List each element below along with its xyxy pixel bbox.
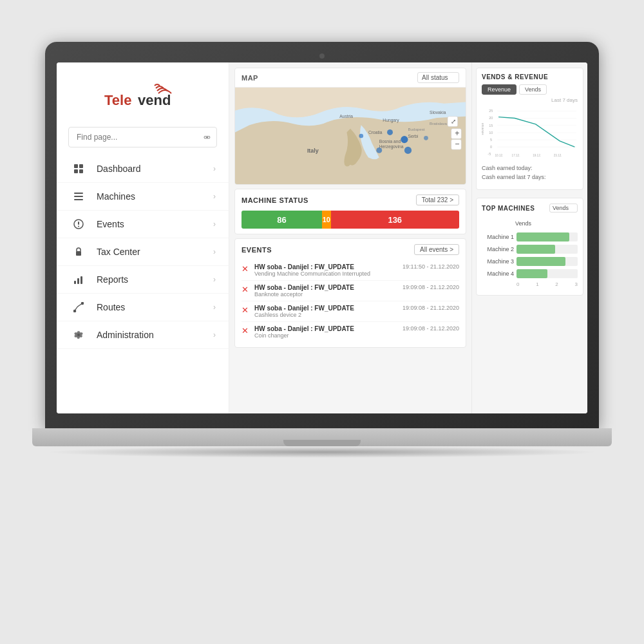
tab-revenue[interactable]: Revenue — [482, 84, 516, 95]
map-filter[interactable]: All status — [417, 72, 459, 83]
svg-point-32 — [376, 147, 382, 153]
routes-arrow: › — [213, 303, 216, 312]
main-content: MAP All status — [229, 62, 471, 413]
top-machines-title: TOP MACHINES — [482, 205, 535, 212]
administration-arrow: › — [213, 330, 216, 339]
list-icon — [70, 191, 88, 202]
sidebar-item-machines[interactable]: Machines › — [57, 183, 229, 211]
sidebar-item-reports[interactable]: Reports › — [57, 266, 229, 294]
x-axis: 0 1 2 3 — [482, 281, 578, 287]
event-row: ✕ HW soba - Danijel : FW_UPDATE Cashless… — [242, 301, 459, 322]
machine-status-section: MACHINE STATUS Total 232 > 86 10 136 — [234, 189, 466, 234]
svg-text:Hungary: Hungary — [383, 118, 399, 123]
svg-rect-3 — [79, 164, 83, 168]
error-icon-3: ✕ — [242, 305, 251, 315]
events-arrow: › — [213, 220, 216, 229]
machine-bar-row-3: Machine 3 — [482, 257, 578, 266]
event-time-1: 19:11:50 - 21.12.2020 — [402, 263, 459, 270]
svg-point-30 — [401, 136, 408, 143]
cash-today-label: Cash earned today: — [482, 165, 533, 171]
machine-3-track — [516, 257, 578, 266]
reports-arrow: › — [213, 275, 216, 284]
event-row: ✕ HW soba - Danijel : FW_UPDATE Coin cha… — [242, 322, 459, 342]
machine-1-label: Machine 1 — [482, 234, 514, 240]
top-machines-select[interactable]: Vends — [549, 204, 578, 213]
vends-revenue-title: VENDS & REVENUE — [482, 73, 548, 80]
lock-icon — [70, 247, 88, 257]
events-section: EVENTS All events > ✕ HW soba - Danijel … — [234, 238, 466, 348]
status-orange: 10 — [322, 211, 331, 229]
event-title-4: HW soba - Danijel : FW_UPDATE — [254, 325, 399, 332]
cash-week-label: Cash earned last 7 days: — [482, 174, 546, 180]
cash-week-row: Cash earned last 7 days: — [482, 173, 578, 182]
machine-2-track — [516, 245, 578, 254]
cash-today-row: Cash earned today: — [482, 164, 578, 173]
event-sub-4: Coin changer — [254, 332, 399, 339]
event-info-2: HW soba - Danijel : FW_UPDATE Banknote a… — [254, 284, 399, 298]
sidebar-item-administration[interactable]: Administration › — [57, 321, 229, 349]
vends-revenue-header: VENDS & REVENUE — [482, 73, 578, 80]
status-red: 136 — [331, 211, 459, 229]
period-label: Last 7 days — [482, 97, 578, 103]
sidebar-item-events[interactable]: Events › — [57, 211, 229, 238]
laptop-base — [32, 428, 612, 446]
sidebar-item-tax-center[interactable]: Tax Center › — [57, 238, 229, 266]
tab-vends[interactable]: Vends — [519, 84, 547, 95]
sidebar-item-dashboard[interactable]: Dashboard › — [57, 155, 229, 183]
machine-1-track — [516, 232, 578, 242]
total-badge[interactable]: Total 232 > — [416, 194, 459, 205]
svg-text:25: 25 — [489, 109, 493, 113]
event-row: ✕ HW soba - Danijel : FW_UPDATE Banknote… — [242, 281, 459, 301]
events-header: EVENTS All events > — [242, 244, 459, 255]
televend-logo-svg: Tele vend — [98, 80, 188, 114]
top-machines-section: TOP MACHINES Vends Vends Machine 1 — [476, 198, 583, 296]
sidebar-search[interactable]: ⚮ — [68, 127, 217, 147]
svg-rect-14 — [77, 278, 79, 284]
search-input[interactable] — [68, 127, 217, 147]
event-time-2: 19:09:08 - 21.12.2020 — [402, 284, 459, 290]
svg-text:vend: vend — [138, 92, 171, 108]
revenue-chart: 25 20 15 10 5 0 -5 Revenue — [482, 103, 578, 161]
svg-point-11 — [78, 226, 79, 227]
event-info-3: HW soba - Danijel : FW_UPDATE Cashless d… — [254, 305, 399, 318]
alert-icon — [70, 219, 88, 229]
sidebar-item-routes[interactable]: Routes › — [57, 294, 229, 321]
event-row: ✕ HW soba - Danijel : FW_UPDATE Vending … — [242, 260, 459, 281]
events-title: EVENTS — [242, 246, 272, 254]
event-info-4: HW soba - Danijel : FW_UPDATE Coin chang… — [254, 325, 399, 339]
status-green: 86 — [242, 211, 322, 229]
screen: Tele vend ⚮ — [57, 62, 587, 413]
route-icon — [70, 302, 88, 312]
map-section: MAP All status — [234, 68, 466, 185]
sidebar-logo: Tele vend — [57, 62, 229, 127]
event-time-4: 19:09:08 - 21.12.2020 — [402, 325, 459, 332]
laptop-wrapper: Tele vend ⚮ — [32, 42, 612, 602]
svg-rect-15 — [80, 276, 82, 284]
machine-bar-row-4: Machine 4 — [482, 269, 578, 278]
dashboard-arrow: › — [213, 164, 216, 173]
svg-rect-7 — [74, 196, 83, 197]
machine-4-label: Machine 4 — [482, 270, 514, 277]
svg-text:−: − — [455, 140, 459, 149]
svg-text:23.12.: 23.12. — [554, 154, 562, 157]
chart-tabs: Revenue Vends — [482, 84, 578, 95]
svg-point-33 — [359, 134, 363, 138]
svg-text:⤢: ⤢ — [451, 118, 456, 125]
machines-col-label: Vends — [515, 220, 531, 227]
right-panel: VENDS & REVENUE Revenue Vends Last 7 day… — [471, 62, 587, 413]
svg-text:Serbi: Serbi — [408, 134, 419, 138]
svg-text:Revenue: Revenue — [482, 123, 484, 135]
svg-text:Bratislava: Bratislava — [430, 121, 448, 126]
svg-text:-5: -5 — [488, 152, 491, 156]
laptop-shadow — [45, 446, 599, 458]
event-title-2: HW soba - Danijel : FW_UPDATE — [254, 284, 399, 291]
event-title-3: HW soba - Danijel : FW_UPDATE — [254, 305, 399, 312]
all-events-badge[interactable]: All events > — [414, 244, 459, 255]
svg-text:Herzegovina: Herzegovina — [379, 144, 404, 149]
machine-4-fill — [516, 269, 547, 278]
map-status-select[interactable]: All status — [417, 72, 459, 83]
svg-text:10: 10 — [489, 131, 493, 135]
machines-arrow: › — [213, 192, 216, 201]
svg-text:10.12.: 10.12. — [495, 154, 503, 157]
event-time-3: 19:09:08 - 21.12.2020 — [402, 305, 459, 311]
